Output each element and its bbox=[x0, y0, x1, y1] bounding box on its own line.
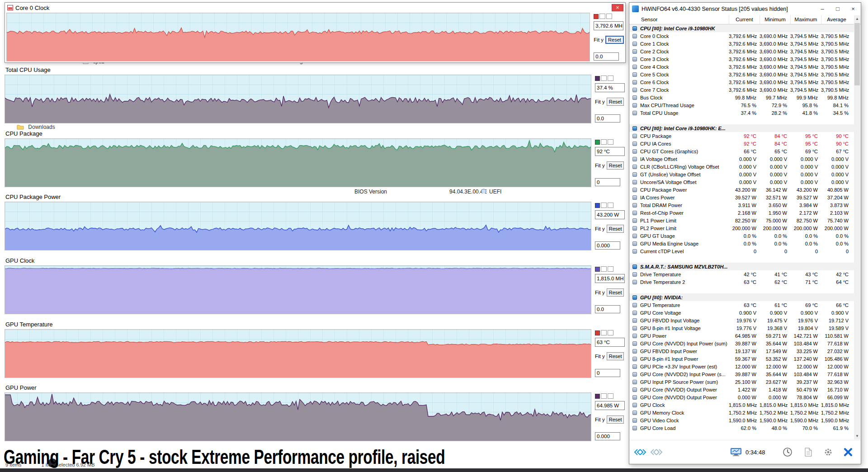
axis-min-box[interactable]: 0.000 bbox=[595, 241, 620, 250]
col-minimum[interactable]: Minimum bbox=[760, 15, 790, 24]
sensor-row[interactable]: GPU Video Clock1,590.0 MHz1,590.0 MHz1,5… bbox=[629, 416, 854, 424]
series-color-swatch[interactable] bbox=[595, 140, 600, 145]
sensor-row[interactable]: IA Cores Power39.527 W32.571 W39.527 W37… bbox=[629, 194, 854, 201]
graph-window-titlebar[interactable]: Core 0 Clock × bbox=[6, 3, 624, 13]
sensor-row[interactable]: Total DRAM Power3.911 W3.650 W3.984 W3.8… bbox=[629, 201, 854, 209]
history-skip-button[interactable] bbox=[649, 444, 664, 460]
col-average[interactable]: Average bbox=[821, 15, 852, 24]
sensor-row[interactable]: Max CPU/Thread Usage76.5 %72.9 %95.8 %84… bbox=[629, 101, 854, 109]
series-color-swatch[interactable] bbox=[595, 330, 600, 335]
series-toggle[interactable] bbox=[601, 393, 607, 399]
remote-monitor-button[interactable] bbox=[728, 444, 744, 460]
sensor-row[interactable]: GPU FBVDD Input Power19.137 W17.549 W33.… bbox=[629, 347, 854, 355]
sensor-row[interactable]: CPU GT Cores (Graphics)66 °C65 °C69 °C67… bbox=[629, 147, 854, 155]
report-button[interactable] bbox=[801, 444, 816, 460]
scroll-down-icon[interactable]: ▼ bbox=[854, 433, 860, 439]
scroll-up-icon[interactable]: ▲ bbox=[854, 15, 860, 22]
sensor-row[interactable]: GPU Power64.985 W59.271 W142.721 W110.58… bbox=[629, 332, 854, 340]
sensor-row[interactable]: Rest-of-Chip Power2.168 W1.950 W2.172 W2… bbox=[629, 209, 854, 217]
series-toggle[interactable] bbox=[601, 330, 607, 335]
fit-y-label[interactable]: Fit y bbox=[595, 290, 605, 295]
col-sensor[interactable]: Sensor bbox=[640, 17, 729, 22]
clock-button[interactable] bbox=[780, 444, 795, 460]
sensor-row[interactable]: Drive Temperature42 °C41 °C43 °C42 °C bbox=[629, 270, 854, 278]
sensor-row[interactable]: GPU Media Engine Usage0.0 %0.0 %0.0 %0.0… bbox=[629, 240, 854, 247]
sensor-row[interactable]: PL1 Power Limit82.250 W75.000 W82.750 W7… bbox=[629, 217, 854, 224]
reset-button[interactable]: Reset bbox=[607, 98, 624, 106]
series-remove[interactable] bbox=[608, 203, 613, 208]
sensor-row[interactable]: GPU Clock1,815.0 MHz1,815.0 MHz1,815.0 M… bbox=[629, 401, 854, 409]
series-toggle[interactable] bbox=[601, 76, 607, 81]
sensor-row[interactable]: CPU Package92 °C84 °C95 °C90 °C bbox=[629, 132, 854, 140]
settings-button[interactable] bbox=[821, 444, 836, 460]
current-value-box[interactable]: 1,815.0 MH bbox=[595, 274, 625, 283]
axis-min-box[interactable]: 0.000 bbox=[595, 432, 620, 440]
maximize-button[interactable]: □ bbox=[830, 3, 845, 15]
series-toggle[interactable] bbox=[601, 139, 607, 145]
fit-y-label[interactable]: Fit y bbox=[594, 37, 604, 42]
axis-min-box[interactable]: 0.0 bbox=[594, 52, 619, 61]
sensor-row[interactable]: CLR (CBo/LLC/Ring) Voltage Offset0.000 V… bbox=[629, 163, 854, 170]
sensor-row[interactable]: Core 6 Clock3,792.6 MHz3,690.0 MHz3,794.… bbox=[629, 78, 854, 86]
current-value-box[interactable]: 63 °C bbox=[595, 338, 625, 347]
sensor-row[interactable]: Drive Temperature 263 °C62 °C71 °C64 °C bbox=[629, 278, 854, 286]
sensor-group-row[interactable]: CPU [#0]: Intel Core i9-10980HK bbox=[629, 24, 854, 32]
close-sensors-button[interactable] bbox=[840, 444, 856, 460]
sensor-row[interactable]: GPU GT Usage0.0 %0.0 %0.0 %0.0 % bbox=[629, 232, 854, 240]
sensor-row[interactable]: GPU 8-pin #1 Input Power59.367 W53.352 W… bbox=[629, 355, 854, 363]
sensor-row[interactable]: Current cTDP Level0000 bbox=[629, 247, 854, 255]
current-value-box[interactable]: 3,792.6 MH bbox=[594, 21, 623, 30]
reset-button[interactable]: Reset bbox=[607, 225, 624, 233]
fit-y-label[interactable]: Fit y bbox=[595, 354, 605, 359]
sensor-row[interactable]: IA Voltage Offset0.000 V0.000 V0.000 V0.… bbox=[629, 155, 854, 163]
col-current[interactable]: Current bbox=[729, 15, 760, 24]
series-color-swatch[interactable] bbox=[595, 203, 600, 208]
reset-button[interactable]: Reset bbox=[607, 352, 624, 360]
reset-button[interactable]: Reset bbox=[607, 288, 624, 297]
sensor-row[interactable]: Uncore/SA Voltage Offset0.000 V0.000 V0.… bbox=[629, 178, 854, 186]
current-value-box[interactable]: 43.200 W bbox=[595, 210, 625, 219]
sensor-row[interactable]: CPU Package Power43.200 W36.142 W43.200 … bbox=[629, 186, 854, 194]
sensor-row[interactable]: GPU Core (NVVDD) Input Power (sum)39.887… bbox=[629, 340, 854, 347]
sensor-row[interactable]: PL2 Power Limit200.000 W200.000 W200.000… bbox=[629, 224, 854, 232]
sensor-row[interactable]: Core 0 Clock3,792.6 MHz3,690.0 MHz3,794.… bbox=[629, 32, 854, 40]
current-value-box[interactable]: 92 °C bbox=[595, 147, 625, 156]
series-color-swatch[interactable] bbox=[594, 14, 599, 19]
sensor-row[interactable]: GPU PCIe +3.3V Input Power (est)12.000 W… bbox=[629, 363, 854, 370]
axis-min-box[interactable]: 0.0 bbox=[595, 305, 620, 313]
sensor-row[interactable]: Core 1 Clock3,792.6 MHz3,690.0 MHz3,794.… bbox=[629, 40, 854, 47]
minimize-button[interactable]: – bbox=[815, 3, 830, 15]
sensor-row[interactable]: Total CPU Usage37.4 %28.2 %41.8 %34.5 % bbox=[629, 109, 854, 117]
sensor-row[interactable]: GPU Core (NVVDD) Output Power1.422 W1.41… bbox=[629, 386, 854, 393]
current-value-box[interactable]: 64.985 W bbox=[595, 401, 625, 410]
series-toggle[interactable] bbox=[601, 266, 607, 272]
sensor-row[interactable]: Core 2 Clock3,792.6 MHz3,690.0 MHz3,794.… bbox=[629, 47, 854, 55]
sensor-row[interactable]: CPU IA Cores92 °C84 °C95 °C90 °C bbox=[629, 140, 854, 147]
fit-y-label[interactable]: Fit y bbox=[595, 99, 605, 104]
sensor-row[interactable]: GPU Memory Clock1,750.2 MHz1,750.2 MHz1,… bbox=[629, 409, 854, 416]
sensor-row[interactable]: GPU Input PP Source Power (sum)25.100 W2… bbox=[629, 378, 854, 386]
series-remove[interactable] bbox=[608, 393, 613, 399]
series-remove[interactable] bbox=[606, 14, 612, 19]
scrollbar-thumb[interactable] bbox=[854, 23, 860, 85]
sensor-row[interactable]: Core 3 Clock3,792.6 MHz3,690.0 MHz3,794.… bbox=[629, 55, 854, 63]
series-remove[interactable] bbox=[608, 139, 613, 145]
reset-button[interactable]: Reset bbox=[607, 415, 624, 424]
series-color-swatch[interactable] bbox=[595, 267, 600, 272]
sensor-row[interactable]: GPU 8-pin #1 Input Voltage19.776 V19.368… bbox=[629, 324, 854, 332]
sensor-row[interactable]: GPU Temperature63 °C61 °C69 °C66 °C bbox=[629, 301, 854, 309]
history-back-forward-button[interactable] bbox=[632, 444, 648, 460]
sensor-row[interactable]: Core 5 Clock3,792.6 MHz3,690.0 MHz3,794.… bbox=[629, 71, 854, 78]
fit-y-label[interactable]: Fit y bbox=[595, 163, 605, 168]
col-maximum[interactable]: Maximum bbox=[790, 15, 821, 24]
sensor-row[interactable]: GPU Core Load62.0 %48.0 %70.0 %61.9 % bbox=[629, 424, 854, 432]
hwinfo-titlebar[interactable]: HWiNFO64 v6.40-4330 Sensor Status [205 v… bbox=[629, 3, 861, 15]
series-color-swatch[interactable] bbox=[595, 76, 600, 81]
reset-button[interactable]: Reset bbox=[607, 161, 624, 170]
sensor-row[interactable]: GPU Core (NVVDD2) Input Power (s...39.88… bbox=[629, 370, 854, 378]
axis-min-box[interactable]: 0 bbox=[595, 178, 620, 186]
series-color-swatch[interactable] bbox=[595, 394, 600, 399]
fit-y-label[interactable]: Fit y bbox=[595, 417, 605, 422]
sensor-row[interactable]: GPU Core (NVVDD) Output Power0.000 W0.00… bbox=[629, 393, 854, 401]
close-icon[interactable]: × bbox=[612, 4, 623, 11]
